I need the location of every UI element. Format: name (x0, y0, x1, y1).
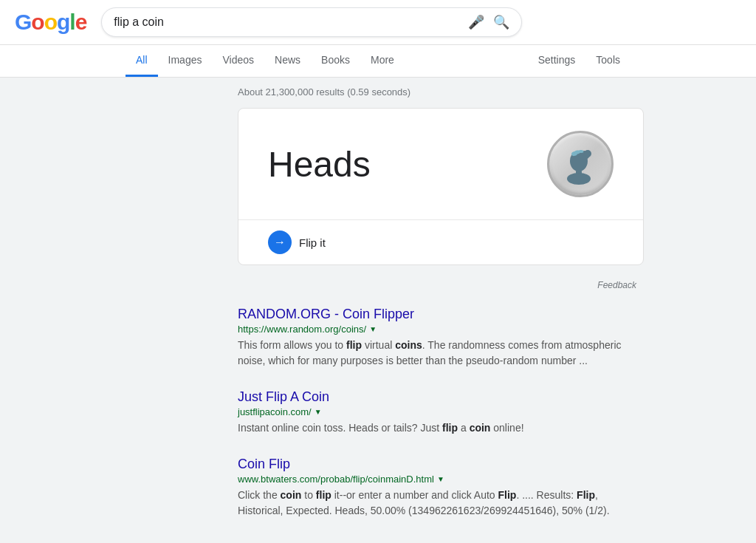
coin-action-area: → Flip it (238, 219, 643, 264)
coin-result-area: Heads (238, 109, 643, 219)
tab-more[interactable]: More (360, 45, 405, 77)
result-1-snippet: This form allows you to flip virtual coi… (238, 338, 644, 369)
result-3-url-arrow[interactable]: ▼ (437, 475, 444, 483)
result-3-title[interactable]: Coin Flip (238, 457, 644, 472)
results-count: About 21,300,000 results (0.59 seconds) (238, 78, 644, 108)
result-1-title[interactable]: RANDOM.ORG - Coin Flipper (238, 307, 644, 322)
search-result-2: Just Flip A Coin justflipacoin.com/ ▼ In… (238, 379, 644, 446)
tab-images[interactable]: Images (158, 45, 213, 77)
header: Google 🎤 🔍 (0, 0, 756, 45)
microphone-icon[interactable]: 🎤 (468, 14, 484, 30)
nav-tabs: All Images Videos News Books More Settin… (0, 45, 756, 78)
coin-result: Heads (268, 144, 371, 185)
search-result-1: RANDOM.ORG - Coin Flipper https://www.ra… (238, 296, 644, 379)
result-1-url-arrow[interactable]: ▼ (369, 325, 377, 333)
search-bar: 🎤 🔍 (101, 7, 522, 37)
tab-books[interactable]: Books (311, 45, 360, 77)
coin-head-svg (557, 140, 604, 188)
result-2-title[interactable]: Just Flip A Coin (238, 389, 644, 405)
tab-all[interactable]: All (126, 45, 158, 77)
feedback-link[interactable]: Feedback (597, 280, 636, 290)
result-1-url: https://www.random.org/coins/ (238, 324, 366, 335)
tab-news[interactable]: News (264, 45, 311, 77)
main-content: About 21,300,000 results (0.59 seconds) … (112, 78, 644, 529)
logo-g2: g (57, 10, 69, 34)
result-2-url-row: justflipacoin.com/ ▼ (238, 406, 644, 417)
logo-o1: o (31, 10, 44, 34)
coin-image (547, 131, 614, 197)
result-3-url: www.btwaters.com/probab/flip/coinmainD.h… (238, 474, 434, 485)
flip-button[interactable]: → Flip it (268, 230, 326, 254)
tab-tools[interactable]: Tools (585, 45, 630, 77)
result-2-url: justflipacoin.com/ (238, 406, 312, 417)
search-icons: 🎤 🔍 (468, 14, 509, 30)
search-input[interactable] (114, 16, 468, 29)
logo-g1: G (15, 10, 31, 34)
result-2-snippet: Instant online coin toss. Heads or tails… (238, 420, 644, 436)
result-1-url-row: https://www.random.org/coins/ ▼ (238, 324, 644, 335)
flip-button-label: Flip it (299, 236, 326, 249)
result-2-url-arrow[interactable]: ▼ (315, 408, 322, 416)
result-3-url-row: www.btwaters.com/probab/flip/coinmainD.h… (238, 474, 644, 485)
nav-right: Settings Tools (528, 45, 630, 77)
flip-arrow-icon: → (268, 230, 292, 254)
logo-e: e (75, 10, 87, 34)
search-button-icon[interactable]: 🔍 (493, 14, 509, 30)
svg-point-4 (584, 150, 591, 157)
logo-o2: o (44, 10, 57, 34)
tab-videos[interactable]: Videos (212, 45, 264, 77)
tab-settings[interactable]: Settings (528, 45, 586, 77)
svg-point-2 (567, 173, 591, 185)
google-logo: Google (15, 10, 86, 35)
logo-l: l (69, 10, 75, 34)
search-result-3: Coin Flip www.btwaters.com/probab/flip/c… (238, 446, 644, 529)
result-3-snippet: Click the coin to flip it--or enter a nu… (238, 488, 644, 519)
feedback-area: Feedback (238, 277, 644, 296)
coin-widget: Heads (238, 108, 644, 265)
